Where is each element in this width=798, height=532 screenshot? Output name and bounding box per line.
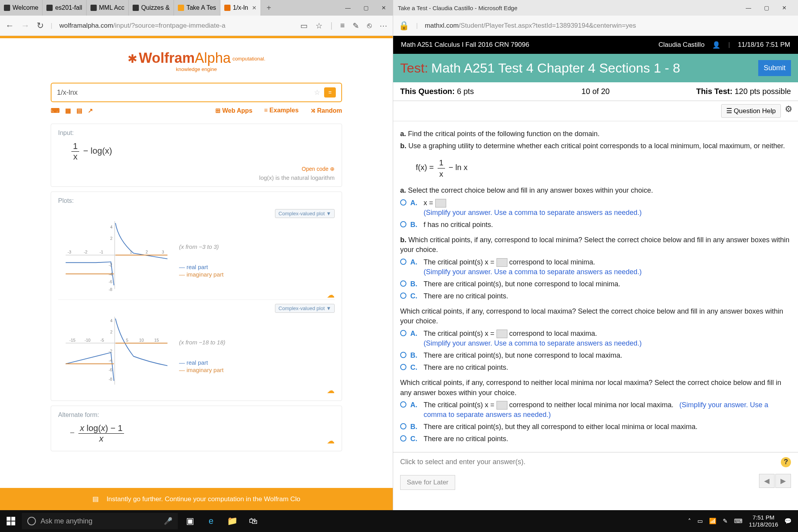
- cortana-search[interactable]: Ask me anything 🎤: [22, 513, 178, 529]
- tray-chevron-icon[interactable]: ˄: [688, 518, 691, 525]
- windows-taskbar: Ask me anything 🎤 ▣ e 📁 🛍 ˄ ▭ 📶 ✎ ⌨ 7:51…: [0, 510, 798, 532]
- wolfram-page: ✱ WolframAlpha computational.knowledge e…: [0, 36, 393, 510]
- choice-c-A[interactable]: A. The critical point(s) x = correspond …: [400, 329, 791, 348]
- window-titlebar: Take a Test - Claudia Castillo - Microso…: [393, 0, 798, 16]
- submit-button[interactable]: Submit: [758, 60, 791, 76]
- tab-es201[interactable]: es201-fall: [43, 0, 86, 16]
- wolfram-logo[interactable]: ✱ WolframAlpha computational.knowledge e…: [0, 50, 393, 75]
- plot-legend: — real part — imaginary part: [179, 358, 223, 374]
- refresh-button[interactable]: ↻: [37, 21, 44, 31]
- radio-button[interactable]: [400, 280, 406, 287]
- favorite-icon[interactable]: ☆: [316, 21, 323, 30]
- choice-c-C[interactable]: C.There are no critical points.: [400, 363, 791, 372]
- file-explorer-icon[interactable]: 📁: [223, 512, 241, 530]
- radio-button[interactable]: [400, 221, 406, 227]
- svg-text:2: 2: [145, 250, 148, 254]
- radio-button[interactable]: [400, 352, 406, 358]
- minimize-button[interactable]: —: [739, 5, 757, 11]
- save-for-later-button[interactable]: Save for Later: [400, 475, 455, 490]
- keyboard-icon[interactable]: ⌨: [734, 518, 743, 525]
- close-window-button[interactable]: ✕: [375, 0, 393, 16]
- star-icon[interactable]: ☆: [314, 88, 320, 97]
- plots-pod: Plots: Complex-valued plot ▼ -3-2-1 123 …: [51, 192, 342, 401]
- back-button[interactable]: ←: [5, 21, 14, 31]
- choice-d-B[interactable]: B.There are critical point(s), but they …: [400, 422, 791, 432]
- action-center-icon[interactable]: 💬: [784, 518, 792, 525]
- file-upload-icon[interactable]: ↗: [88, 107, 93, 114]
- choice-a-A[interactable]: A. x = (Simplify your answer. Use a comm…: [400, 198, 791, 218]
- cloud-icon[interactable]: ☁: [327, 436, 335, 445]
- compute-button[interactable]: =: [324, 87, 336, 98]
- close-icon[interactable]: ✕: [252, 5, 257, 11]
- minimize-button[interactable]: —: [339, 0, 357, 16]
- svg-text:4: 4: [110, 225, 112, 230]
- maximize-button[interactable]: ▢: [357, 0, 375, 16]
- answer-box[interactable]: [435, 199, 446, 207]
- prev-question-button[interactable]: ◀: [759, 474, 775, 488]
- newtab-button[interactable]: +: [261, 0, 277, 16]
- radio-button[interactable]: [400, 199, 406, 206]
- webapps-link[interactable]: ⊞ Web Apps: [215, 107, 252, 114]
- answer-box[interactable]: [497, 330, 507, 338]
- radio-button[interactable]: [400, 364, 406, 370]
- question-footer: Click to select and enter your answer(s)…: [393, 452, 798, 472]
- image-input-icon[interactable]: ▦: [65, 107, 71, 114]
- choice-b-A[interactable]: A. The critical point(s) x = correspond …: [400, 257, 791, 277]
- help-bubble[interactable]: ?: [781, 457, 791, 467]
- task-view-button[interactable]: ▣: [181, 512, 199, 530]
- tab-quizzes[interactable]: Quizzes &: [129, 0, 174, 16]
- wifi-icon[interactable]: 📶: [709, 518, 716, 525]
- pod-title: Alternate form:: [58, 411, 335, 419]
- mic-icon[interactable]: 🎤: [164, 517, 172, 525]
- tab-wolfram[interactable]: 1/x-ln✕: [220, 0, 261, 16]
- tab-mml[interactable]: MML Acc: [87, 0, 129, 16]
- system-clock[interactable]: 7:51 PM 11/18/2016: [749, 514, 778, 528]
- extended-keyboard-icon[interactable]: ⌨: [51, 107, 60, 114]
- svg-text:10: 10: [139, 338, 144, 342]
- wolfram-cloud-banner[interactable]: ▤Instantly go further. Continue your com…: [0, 488, 393, 510]
- forward-button[interactable]: →: [21, 21, 30, 31]
- search-input[interactable]: [57, 89, 314, 97]
- more-icon[interactable]: ⋯: [379, 21, 387, 30]
- svg-text:3: 3: [162, 250, 164, 254]
- hub-icon[interactable]: ≡: [340, 21, 345, 30]
- choice-b-C[interactable]: C.There are no critical points.: [400, 291, 791, 301]
- tab-welcome[interactable]: Welcome: [0, 0, 43, 16]
- choice-d-A[interactable]: A. The critical point(s) x = correspond …: [400, 400, 791, 420]
- share-icon[interactable]: ⎋: [367, 21, 372, 30]
- radio-button[interactable]: [400, 330, 406, 336]
- gear-icon[interactable]: ⚙: [785, 104, 793, 118]
- answer-box[interactable]: [497, 401, 507, 410]
- tab-take-test[interactable]: Take A Tes: [174, 0, 220, 16]
- store-icon[interactable]: 🛍: [244, 512, 262, 530]
- lock-icon[interactable]: 🔒: [399, 21, 409, 31]
- maximize-button[interactable]: ▢: [757, 5, 775, 11]
- question-help-button[interactable]: ☰ Question Help: [721, 104, 781, 118]
- answer-box[interactable]: [497, 258, 507, 267]
- url-field[interactable]: mathxl.com/Student/PlayerTest.aspx?testI…: [425, 22, 793, 30]
- next-question-button[interactable]: ▶: [775, 474, 791, 488]
- webnote-icon[interactable]: ✎: [353, 21, 359, 30]
- url-field[interactable]: wolframalpha.com/input/?source=frontpage…: [59, 22, 293, 30]
- choice-b-B[interactable]: B.There are critical point(s), but none …: [400, 279, 791, 289]
- radio-button[interactable]: [400, 435, 406, 442]
- radio-button[interactable]: [400, 259, 406, 265]
- choice-c-B[interactable]: B.There are critical point(s), but none …: [400, 351, 791, 360]
- battery-icon[interactable]: ▭: [697, 518, 703, 525]
- reading-view-icon[interactable]: ▭: [300, 21, 308, 30]
- radio-button[interactable]: [400, 423, 406, 429]
- random-link[interactable]: ⤨ Random: [310, 107, 342, 114]
- radio-button[interactable]: [400, 293, 406, 299]
- data-input-icon[interactable]: ▤: [76, 107, 82, 114]
- user-icon[interactable]: 👤: [712, 41, 720, 49]
- examples-link[interactable]: ≡ Examples: [264, 107, 299, 114]
- choice-d-C[interactable]: C.There are no critical points.: [400, 434, 791, 444]
- open-code-link[interactable]: Open code ⊕: [58, 166, 335, 172]
- radio-button[interactable]: [400, 401, 406, 408]
- edge-taskbar-icon[interactable]: e: [202, 512, 220, 530]
- pen-icon[interactable]: ✎: [723, 518, 728, 525]
- start-button[interactable]: [3, 513, 19, 529]
- close-window-button[interactable]: ✕: [775, 5, 793, 11]
- format-icons[interactable]: ⌨ ▦ ▤ ↗: [51, 107, 93, 114]
- choice-a-B[interactable]: B. f has no critical points.: [400, 220, 791, 230]
